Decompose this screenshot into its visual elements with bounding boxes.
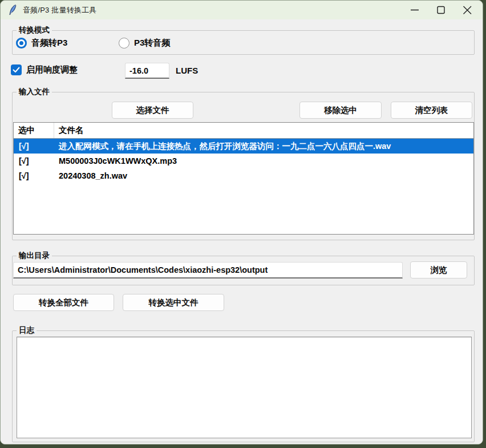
table-row[interactable]: [√] 进入配网模式，请在手机上连接热点，然后打开浏览器访问：一九二点一六八点四… xyxy=(14,139,473,154)
maximize-button[interactable] xyxy=(428,1,454,19)
minimize-icon xyxy=(402,1,428,19)
input-files-group-label: 输入文件 xyxy=(17,87,52,97)
close-button[interactable] xyxy=(454,1,480,19)
row-filename: 进入配网模式，请在手机上连接热点，然后打开浏览器访问：一九二点一六八点四点一.w… xyxy=(54,141,473,152)
output-path-input[interactable]: C:\Users\Administrator\Documents\Codes\x… xyxy=(13,262,403,279)
column-header-filename[interactable]: 文件名 xyxy=(54,125,473,136)
lufs-unit-label: LUFS xyxy=(176,66,198,75)
browse-button[interactable]: 浏览 xyxy=(410,261,467,279)
file-table: 选中 文件名 [√] 进入配网模式，请在手机上连接热点，然后打开浏览器访问：一九… xyxy=(13,122,474,235)
table-row[interactable]: [√] M500003J0cWK1WWxQX.mp3 xyxy=(14,154,473,168)
titlebar[interactable]: 音频/P3 批量转换工具 xyxy=(1,1,483,19)
row-filename: M500003J0cWK1WWxQX.mp3 xyxy=(54,156,473,166)
maximize-icon xyxy=(428,1,454,19)
column-header-checked[interactable]: 选中 xyxy=(14,123,54,138)
radio-p3-to-audio-label: P3转音频 xyxy=(134,38,170,49)
lufs-input[interactable]: -16.0 xyxy=(125,63,169,79)
radio-off-icon xyxy=(119,38,129,49)
radio-on-icon xyxy=(16,38,27,49)
row-checkmark: [√] xyxy=(14,142,54,151)
select-files-button[interactable]: 选择文件 xyxy=(112,102,193,119)
app-feather-icon xyxy=(8,4,18,16)
log-textarea[interactable] xyxy=(17,337,472,438)
minimize-button[interactable] xyxy=(402,1,428,19)
clear-list-button[interactable]: 清空列表 xyxy=(391,102,472,119)
loudness-checkbox-row[interactable]: 启用响度调整 xyxy=(11,64,78,75)
close-icon xyxy=(454,1,480,19)
convert-all-button[interactable]: 转换全部文件 xyxy=(13,294,114,311)
window-title: 音频/P3 批量转换工具 xyxy=(23,5,97,15)
mode-group-label: 转换模式 xyxy=(17,25,52,35)
convert-selected-button[interactable]: 转换选中文件 xyxy=(123,294,224,311)
row-filename: 20240308_zh.wav xyxy=(54,171,473,180)
loudness-checkbox-label: 启用响度调整 xyxy=(26,64,78,75)
log-group-label: 日志 xyxy=(17,325,37,336)
remove-selected-button[interactable]: 移除选中 xyxy=(299,102,382,119)
table-row[interactable]: [√] 20240308_zh.wav xyxy=(14,168,473,183)
radio-audio-to-p3[interactable]: 音频转P3 xyxy=(16,38,67,49)
row-checkmark: [√] xyxy=(14,156,54,166)
radio-audio-to-p3-label: 音频转P3 xyxy=(31,38,67,49)
mode-group: 转换模式 音频转P3 P3转音频 xyxy=(12,30,475,55)
file-table-header[interactable]: 选中 文件名 xyxy=(14,123,473,139)
app-window: 音频/P3 批量转换工具 转换模式 音频转P3 P3转音频 xyxy=(0,0,483,445)
checkbox-checked-icon xyxy=(11,64,22,75)
output-dir-group-label: 输出目录 xyxy=(17,251,52,261)
radio-p3-to-audio[interactable]: P3转音频 xyxy=(119,38,170,49)
main-content: 转换模式 音频转P3 P3转音频 启用响度调整 -16.0 LUFS 输入文件 … xyxy=(1,19,483,445)
row-checkmark: [√] xyxy=(14,171,54,180)
